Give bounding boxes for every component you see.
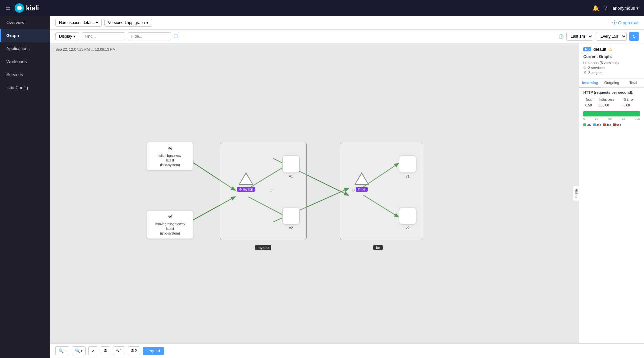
graph-arrows	[50, 43, 579, 343]
http-header-total: Total	[584, 97, 597, 102]
zoom-out-btn[interactable]: 🔍−	[55, 346, 69, 355]
graph-area: Sep 22, 12:07:13 PM ... 12:08:13 PM	[50, 43, 644, 343]
ingressgateway-icon: ✳	[151, 213, 189, 221]
zoom-out-icon: 🔍−	[58, 348, 66, 353]
chart-bar-area: 0 25 50 75 100	[583, 111, 640, 120]
legend-ok-dot	[583, 123, 586, 126]
myapp-badge-text: myapp	[255, 245, 271, 250]
chart-bar	[583, 111, 640, 116]
myapp-v2-label: v2	[289, 226, 293, 230]
chart-axis: 0 25 50 75 100	[583, 117, 640, 120]
myapp-v2-box	[282, 207, 300, 225]
warning-icon: ⚠	[608, 47, 612, 52]
fit-btn[interactable]: ⤢	[88, 346, 98, 355]
legend-3xx: 3xx	[593, 123, 601, 126]
collapse-all-btn[interactable]: ❊	[101, 346, 110, 355]
menu-icon[interactable]: ☰	[5, 4, 11, 12]
content-area: Namespace: default ▾ Versioned app graph…	[50, 16, 644, 358]
user-dropdown-icon: ▾	[636, 6, 639, 11]
legend-3xx-dot	[593, 123, 596, 126]
myapp-service-node[interactable]: ⚙ myapp	[237, 172, 255, 192]
axis-100: 100	[635, 117, 640, 120]
username: anonymous	[613, 6, 635, 11]
sidebar-item-graph[interactable]: Graph	[0, 29, 50, 42]
legend-ok: OK	[583, 123, 591, 126]
notification-icon[interactable]: 🔔	[592, 5, 599, 11]
tab-incoming-label: Incoming	[582, 81, 598, 85]
sidebar-item-services[interactable]: Services	[0, 68, 50, 81]
legend-3xx-label: 3xx	[596, 123, 601, 126]
sidebar-item-workloads[interactable]: Workloads	[0, 55, 50, 68]
axis-25: 25	[595, 117, 598, 120]
sidebar-label-overview: Overview	[6, 20, 24, 25]
graph-type-selector[interactable]: Versioned app graph ▾	[104, 19, 152, 27]
services-value: 2 services	[588, 66, 605, 70]
be-v1-node[interactable]: v1	[399, 155, 416, 178]
myapp-v1-label: v1	[289, 174, 293, 178]
logo: kiali	[15, 3, 39, 13]
topbar-icons: 🔔 ? anonymous ▾	[592, 5, 639, 11]
collapse-1-btn[interactable]: ❊1	[113, 346, 125, 355]
collapse-1-icon: ❊1	[116, 348, 122, 353]
sidebar-item-istio-config[interactable]: Istio Config	[0, 81, 50, 94]
legend-btn[interactable]: Legend	[143, 347, 164, 355]
tab-incoming[interactable]: Incoming	[579, 79, 601, 87]
sidebar-item-overview[interactable]: Overview	[0, 16, 50, 29]
refresh-btn[interactable]: ↻	[629, 32, 639, 41]
graph-tour-icon: ⓘ	[612, 20, 617, 26]
sidebar-label-applications: Applications	[6, 46, 30, 51]
be-v1-label: v1	[406, 174, 410, 178]
tab-outgoing[interactable]: Outgoing	[601, 79, 623, 87]
time-range-select[interactable]: Last 1m	[566, 32, 593, 41]
sub-toolbar: Display ▾ ⓘ 🕐 Last 1m Every 15s ↻	[50, 30, 644, 43]
display-label: Display	[59, 34, 72, 39]
myapp-v1-node[interactable]: v1	[282, 155, 300, 178]
edges-value: 8 edges	[588, 71, 601, 75]
http-error-val: 0.00	[622, 103, 639, 108]
be-badge-text: be	[373, 245, 383, 250]
chart-legend: OK 3xx 4xx 5xx	[583, 123, 640, 126]
ns-badge: NS	[583, 47, 591, 51]
time-range-icon: 🕐	[558, 34, 564, 39]
graph-type-label: Versioned app graph	[108, 20, 145, 25]
myapp-v2-node[interactable]: v2	[282, 207, 300, 230]
display-btn[interactable]: Display ▾	[55, 32, 79, 40]
graph-timestamp: Sep 22, 12:07:13 PM ... 12:08:13 PM	[55, 47, 116, 51]
myapp-group: ⚙ myapp v1 v2	[220, 142, 307, 240]
http-table: Total %Success %Error 0.58 100.00 0.00	[583, 96, 640, 108]
stat-services: ◇ 2 services	[583, 65, 640, 70]
logo-circle	[15, 3, 24, 13]
tab-total[interactable]: Total	[622, 79, 644, 87]
refresh-interval-select[interactable]: Every 15s	[596, 32, 627, 41]
legend-5xx: 5xx	[613, 123, 621, 126]
http-values-row: 0.58 100.00 0.00	[584, 103, 639, 108]
legend-4xx: 4xx	[603, 123, 611, 126]
help-icon[interactable]: ?	[604, 5, 607, 11]
namespace-selector[interactable]: Namespace: default ▾	[55, 19, 102, 27]
ilbgateway-icon: ✳	[151, 145, 189, 152]
myapp-v1-box	[282, 155, 300, 173]
sidebar-item-applications[interactable]: Applications	[0, 42, 50, 55]
top-toolbar: Namespace: default ▾ Versioned app graph…	[50, 16, 644, 30]
istio-ilbgateway-node[interactable]: ✳ istio-ilbgatewaylatest(istio-system)	[147, 142, 193, 170]
hide-info-icon[interactable]: ⓘ	[174, 33, 178, 39]
services-icon: ◇	[583, 65, 586, 70]
namespace-value: default	[593, 47, 606, 52]
find-input[interactable]	[82, 32, 125, 40]
graph-canvas[interactable]: Sep 22, 12:07:13 PM ... 12:08:13 PM	[50, 43, 579, 343]
display-dropdown-icon: ▾	[73, 34, 75, 39]
hide-toggle-label: Hide	[574, 189, 578, 196]
http-header-error: %Error	[622, 97, 639, 102]
tab-outgoing-label: Outgoing	[604, 81, 619, 85]
istio-ingressgateway-node[interactable]: ✳ istio-ingressgatewaylatest(istio-syste…	[147, 210, 193, 239]
hide-input[interactable]	[128, 32, 171, 40]
collapse-2-btn[interactable]: ❊2	[128, 346, 140, 355]
graph-tour-link[interactable]: ⓘ Graph tour	[612, 20, 639, 26]
be-v2-node[interactable]: v2	[399, 207, 416, 230]
hide-panel-toggle[interactable]: Hide »	[573, 186, 579, 201]
user-menu[interactable]: anonymous ▾	[613, 6, 639, 11]
be-service-node[interactable]: ⚙ be	[354, 172, 369, 192]
edges-icon: ✕	[583, 70, 586, 75]
be-service-label: be	[362, 188, 365, 191]
zoom-in-btn[interactable]: 🔍+	[72, 346, 86, 355]
